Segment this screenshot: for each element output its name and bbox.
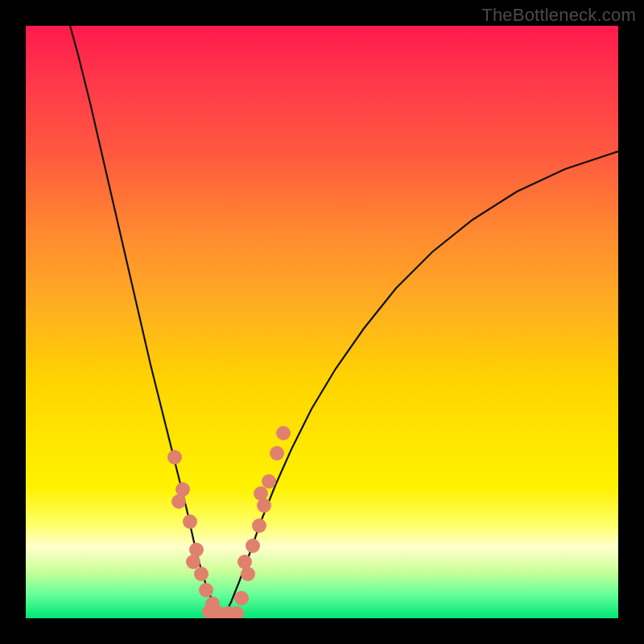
- curve-right-branch: [223, 151, 618, 618]
- chart-stage: TheBottleneck.com: [0, 0, 644, 644]
- bead-markers: [167, 426, 291, 618]
- bead-marker: [262, 474, 276, 489]
- bead-marker: [234, 591, 249, 605]
- bead-marker: [199, 583, 213, 597]
- bead-marker: [167, 450, 182, 464]
- bead-marker: [252, 518, 266, 533]
- bead-marker: [171, 494, 186, 509]
- bead-marker: [186, 555, 200, 569]
- bead-marker: [183, 514, 197, 529]
- bead-marker: [194, 567, 208, 581]
- bead-marker: [237, 555, 252, 569]
- watermark-text: TheBottleneck.com: [481, 5, 636, 26]
- bead-marker: [276, 426, 291, 440]
- bead-marker: [270, 446, 284, 460]
- curve-svg: [26, 26, 618, 618]
- curve-left-branch: [70, 26, 223, 618]
- bead-marker: [246, 539, 260, 553]
- plot-area: [26, 26, 618, 618]
- bead-marker: [254, 486, 268, 501]
